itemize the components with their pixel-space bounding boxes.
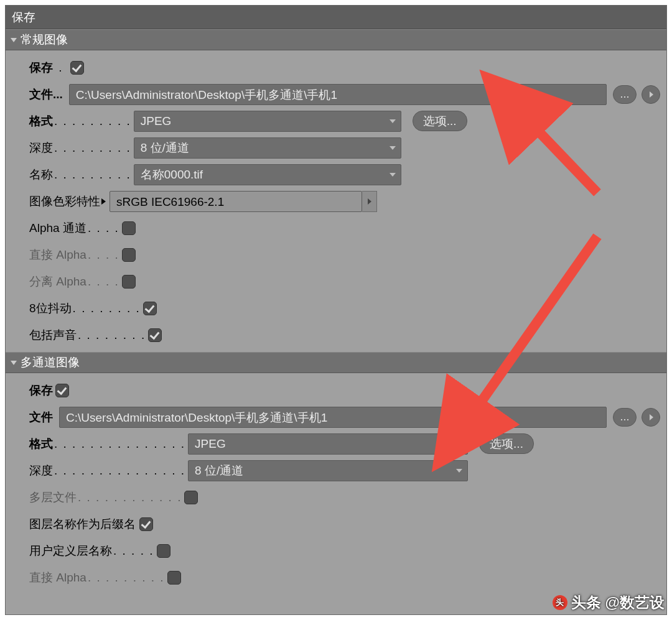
file-path-input[interactable]: C:\Users\Administrator\Desktop\手机多通道\手机1 — [69, 84, 607, 105]
section-title: 常规图像 — [21, 29, 68, 50]
checkbox-layer-suffix[interactable] — [139, 517, 153, 531]
checkbox-save-2[interactable] — [55, 384, 69, 397]
triangle-right-icon — [368, 198, 371, 205]
label-dither: 8位抖动 — [29, 300, 72, 317]
checkbox-user-layer[interactable] — [157, 544, 170, 558]
play-menu-button-2[interactable] — [642, 408, 660, 427]
label-save: 保存 — [29, 60, 53, 76]
triangle-right-icon — [650, 414, 653, 420]
format-dropdown[interactable]: JPEG — [134, 111, 401, 132]
watermark: 头 头条 @数艺设 — [553, 593, 665, 613]
file-path-input-2[interactable]: C:\Users\Administrator\Desktop\手机多通道\手机1 — [59, 407, 607, 428]
label-multilayer: 多层文件 — [29, 489, 77, 506]
label-file-2: 文件 — [29, 409, 53, 425]
label-format: 格式 — [29, 113, 53, 129]
checkbox-save[interactable] — [70, 61, 84, 75]
watermark-badge-icon: 头 — [553, 595, 567, 610]
label-depth: 深度 — [29, 140, 53, 156]
label-direct-alpha-2: 直接 Alpha — [29, 570, 86, 586]
section-header-multichannel[interactable]: 多通道图像 — [6, 352, 666, 373]
label-sound: 包括声音 — [29, 327, 77, 343]
label-layer-suffix: 图层名称作为后缀名 — [29, 516, 136, 532]
chevron-down-icon — [11, 361, 17, 365]
format-dropdown-2[interactable]: JPEG — [188, 433, 468, 455]
chevron-down-icon — [456, 442, 462, 446]
panel-title: 保存 — [6, 6, 666, 29]
checkbox-alpha[interactable] — [122, 221, 136, 235]
section-body-multichannel: 保存 文件 C:\Users\Administrator\Desktop\手机多… — [6, 373, 666, 595]
label-user-layer: 用户定义层名称 — [29, 543, 112, 559]
browse-button[interactable]: ... — [613, 85, 637, 104]
checkbox-sound[interactable] — [148, 328, 162, 342]
depth-dropdown-2[interactable]: 8 位/通道 — [188, 460, 468, 481]
icc-profile-field[interactable]: sRGB IEC61966-2.1 — [110, 191, 362, 212]
label-icc: 图像色彩特性 — [29, 193, 100, 210]
name-dropdown[interactable]: 名称0000.tif — [134, 164, 401, 185]
section-body-regular-image: 保存 . 文件... C:\Users\Administrator\Deskto… — [6, 50, 666, 352]
label-name: 名称 — [29, 167, 53, 183]
checkbox-direct-alpha-2 — [167, 571, 181, 585]
watermark-text: 头条 @数艺设 — [571, 593, 665, 613]
label-depth-2: 深度 — [29, 463, 53, 479]
chevron-down-icon — [456, 469, 462, 473]
section-header-regular-image[interactable]: 常规图像 — [6, 29, 666, 50]
checkbox-direct-alpha — [122, 248, 136, 262]
label-direct-alpha: 直接 Alpha — [29, 247, 86, 263]
label-save-2: 保存 — [29, 382, 53, 399]
checkbox-multilayer — [184, 491, 198, 504]
play-menu-button[interactable] — [642, 85, 660, 104]
label-format-2: 格式 — [29, 436, 53, 452]
chevron-down-icon — [390, 173, 396, 177]
triangle-right-icon — [101, 198, 106, 205]
label-file: 文件... — [29, 86, 63, 103]
triangle-right-icon — [650, 91, 653, 98]
checkbox-dither[interactable] — [143, 302, 157, 315]
label-alpha: Alpha 通道 — [29, 220, 86, 236]
label-split-alpha: 分离 Alpha — [29, 274, 86, 290]
chevron-down-icon — [390, 146, 396, 150]
browse-button-2[interactable]: ... — [613, 408, 637, 427]
checkbox-split-alpha — [122, 275, 136, 289]
section-title: 多通道图像 — [21, 352, 80, 373]
chevron-down-icon — [390, 119, 396, 123]
chevron-down-icon — [11, 38, 17, 42]
options-button-2[interactable]: 选项... — [479, 433, 534, 454]
options-button[interactable]: 选项... — [413, 111, 467, 131]
depth-dropdown[interactable]: 8 位/通道 — [134, 137, 401, 159]
icc-next-button[interactable] — [362, 191, 377, 212]
